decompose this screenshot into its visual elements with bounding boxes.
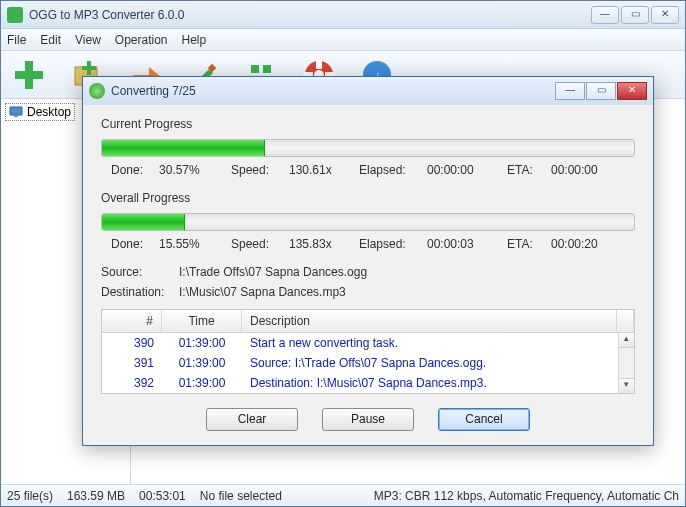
svg-rect-7 [263,65,271,73]
current-speed-value: 130.61x [289,163,359,177]
eta-label: ETA: [507,237,551,251]
log-desc: Source: I:\Trade Offs\07 Sapna Dances.og… [242,355,618,371]
scroll-up-icon[interactable]: ▴ [619,333,634,348]
log-desc: Destination: I:\Music\07 Sapna Dances.mp… [242,375,618,391]
current-elapsed-value: 00:00:00 [427,163,507,177]
current-eta-value: 00:00:00 [551,163,621,177]
elapsed-label: Elapsed: [359,163,427,177]
pause-button[interactable]: Pause [322,408,414,431]
app-title: OGG to MP3 Converter 6.0.0 [29,8,591,22]
menubar: File Edit View Operation Help [1,29,685,51]
current-progress-fill [102,140,265,156]
log-time: 01:39:00 [162,335,242,351]
converting-dialog: Converting 7/25 — ▭ ✕ Current Progress D… [82,76,654,446]
destination-value: I:\Music\07 Sapna Dances.mp3 [179,285,346,299]
log-col-num[interactable]: # [102,310,162,332]
svg-rect-12 [316,59,322,69]
tree-item-label: Desktop [27,105,71,119]
log-scrollbar[interactable]: ▴ ▾ [618,333,634,393]
source-row: Source: I:\Trade Offs\07 Sapna Dances.og… [101,265,635,279]
dialog-window-controls: — ▭ ✕ [555,82,647,100]
overall-done-value: 15.55% [159,237,231,251]
dialog-minimize-button[interactable]: — [555,82,585,100]
speed-label: Speed: [231,237,289,251]
dialog-titlebar: Converting 7/25 — ▭ ✕ [83,77,653,105]
overall-eta-value: 00:00:20 [551,237,621,251]
app-icon [7,7,23,23]
dialog-buttons: Clear Pause Cancel [101,408,635,431]
dialog-title: Converting 7/25 [111,84,555,98]
add-files-button[interactable] [9,55,49,95]
overall-elapsed-value: 00:00:03 [427,237,507,251]
dialog-body: Current Progress Done: 30.57% Speed: 130… [83,105,653,445]
scroll-down-icon[interactable]: ▾ [619,378,634,393]
cancel-button[interactable]: Cancel [438,408,530,431]
log-col-scroll [617,310,634,332]
dialog-maximize-button[interactable]: ▭ [586,82,616,100]
log-desc: Start a new converting task. [242,335,618,351]
clear-button[interactable]: Clear [206,408,298,431]
window-controls: — ▭ ✕ [591,6,679,24]
dialog-close-button[interactable]: ✕ [617,82,647,100]
log-rows: 39001:39:00Start a new converting task.3… [102,333,618,393]
current-metrics: Done: 30.57% Speed: 130.61x Elapsed: 00:… [101,163,635,177]
convert-icon [89,83,105,99]
log-num: 392 [102,375,162,391]
log-col-desc[interactable]: Description [242,310,617,332]
menu-view[interactable]: View [75,33,101,47]
done-label: Done: [101,237,159,251]
close-button[interactable]: ✕ [651,6,679,24]
maximize-button[interactable]: ▭ [621,6,649,24]
log-table: # Time Description 39001:39:00Start a ne… [101,309,635,394]
svg-rect-18 [10,107,22,115]
overall-progressbar [101,213,635,231]
speed-label: Speed: [231,163,289,177]
overall-progress-fill [102,214,185,230]
current-progressbar [101,139,635,157]
log-row[interactable]: 39001:39:00Start a new converting task. [102,333,618,353]
current-done-value: 30.57% [159,163,231,177]
menu-help[interactable]: Help [182,33,207,47]
elapsed-label: Elapsed: [359,237,427,251]
source-label: Source: [101,265,179,279]
status-file-count: 25 file(s) [7,489,53,503]
overall-speed-value: 135.83x [289,237,359,251]
log-num: 391 [102,355,162,371]
eta-label: ETA: [507,163,551,177]
minimize-button[interactable]: — [591,6,619,24]
svg-rect-1 [15,71,43,79]
destination-row: Destination: I:\Music\07 Sapna Dances.mp… [101,285,635,299]
titlebar: OGG to MP3 Converter 6.0.0 — ▭ ✕ [1,1,685,29]
log-row[interactable]: 39101:39:00Source: I:\Trade Offs\07 Sapn… [102,353,618,373]
statusbar: 25 file(s) 163.59 MB 00:53:01 No file se… [1,484,685,506]
menu-file[interactable]: File [7,33,26,47]
svg-rect-4 [82,66,96,70]
status-duration: 00:53:01 [139,489,186,503]
status-size: 163.59 MB [67,489,125,503]
menu-edit[interactable]: Edit [40,33,61,47]
source-value: I:\Trade Offs\07 Sapna Dances.ogg [179,265,367,279]
scroll-track[interactable] [619,348,634,378]
svg-rect-19 [14,115,18,117]
overall-metrics: Done: 15.55% Speed: 135.83x Elapsed: 00:… [101,237,635,251]
desktop-icon [9,105,23,119]
done-label: Done: [101,163,159,177]
log-col-time[interactable]: Time [162,310,242,332]
tree-item-desktop[interactable]: Desktop [5,103,75,121]
svg-rect-6 [251,65,259,73]
log-header: # Time Description [102,310,634,333]
log-row[interactable]: 39201:39:00Destination: I:\Music\07 Sapn… [102,373,618,393]
log-num: 390 [102,335,162,351]
log-time: 01:39:00 [162,375,242,391]
log-time: 01:39:00 [162,355,242,371]
current-progress-label: Current Progress [101,117,635,131]
status-format: MP3: CBR 112 kbps, Automatic Frequency, … [374,489,679,503]
status-selection: No file selected [200,489,282,503]
menu-operation[interactable]: Operation [115,33,168,47]
overall-progress-label: Overall Progress [101,191,635,205]
destination-label: Destination: [101,285,179,299]
